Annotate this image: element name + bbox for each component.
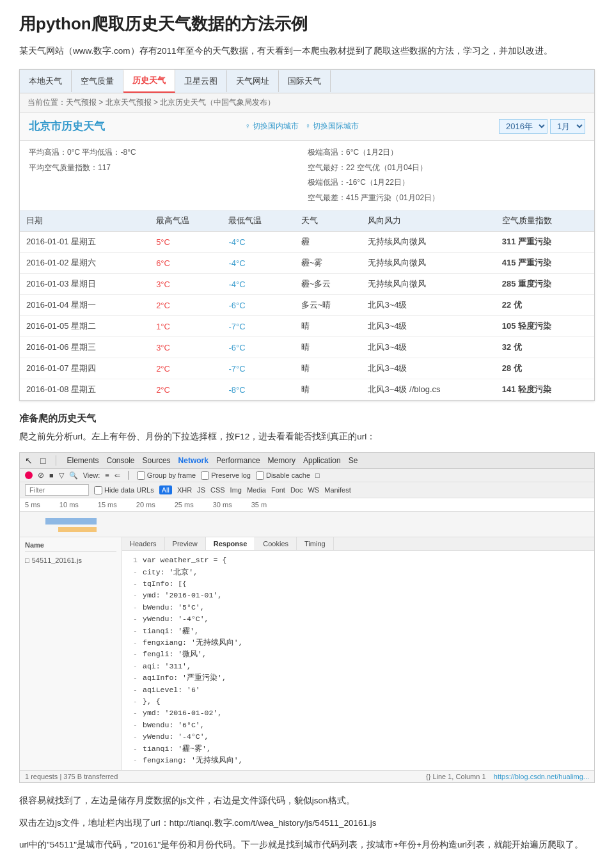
view-waterfall-icon[interactable]: ⇐ [114,471,120,480]
file-checkbox[interactable]: □ [25,556,29,564]
cookies-subtab[interactable]: Cookies [255,537,297,550]
preserve-log-checkbox[interactable]: Preserve log [201,471,251,480]
nav-air-quality[interactable]: 空气质量 [72,70,123,92]
inspect-icon[interactable]: □ [40,455,45,466]
year-month-selector: 2016年 1月 [499,119,585,134]
code-text: tianqi: '霾', [143,626,199,637]
media-filter[interactable]: Media [247,486,266,494]
line-number: 1 [127,555,138,566]
response-subtab[interactable]: Response [206,537,256,550]
application-tab[interactable]: Application [303,456,341,465]
img-filter[interactable]: Img [230,486,242,494]
cell-weather: 霾~雾 [295,253,362,274]
code-line: - bWendu: '5°C', [127,602,589,613]
code-text: tqInfo: [{ [143,578,187,590]
sources-tab[interactable]: Sources [143,456,171,465]
code-text: var weather_str = { [143,555,226,566]
col-aqi: 空气质量指数 [496,210,594,232]
code-line: - yWendu: '-4°C', [127,731,589,743]
offline-icon[interactable]: □ [315,471,320,479]
cell-weather: 霾~多云 [295,274,362,295]
cell-high: 5°C [150,232,222,253]
switch-international[interactable]: ♀ 切换国际城市 [305,121,359,132]
line-number: - [127,672,138,684]
nav-international[interactable]: 国际天气 [279,70,331,92]
line-number: - [127,602,138,613]
performance-tab[interactable]: Performance [216,456,260,465]
xhr-filter[interactable]: XHR [177,486,192,494]
code-line: - yWendu: '-4°C', [127,613,589,625]
record-icon[interactable] [25,471,33,479]
file-item[interactable]: □ 54511_20161.js [25,555,116,566]
cell-high: 2°C [150,379,222,400]
console-tab[interactable]: Console [107,456,135,465]
network-toolbar-row2: Hide data URLs All XHR JS CSS Img Media … [20,482,594,498]
file-name-label[interactable]: 54511_20161.js [32,556,82,564]
network-tab[interactable]: Network [178,456,209,465]
search-icon[interactable]: 🔍 [69,471,78,480]
view-list-icon[interactable]: ≡ [105,471,109,479]
city-title: 北京市历史天气 [29,119,105,134]
line-number: - [127,731,138,743]
stat-aqi-best: 空气最好：22 空气优（01月04日） [308,161,585,175]
timing-subtab[interactable]: Timing [297,537,334,550]
weather-table: 日期 最高气温 最低气温 天气 风向风力 空气质量指数 2016-01-01 星… [20,210,594,400]
cell-aqi: 32 优 [496,337,594,358]
cell-weather: 晴 [295,337,362,358]
stat-avg-temp: 平均高温：0°C 平均低温：-8°C [29,146,306,160]
disable-cache-checkbox[interactable]: Disable cache [256,471,310,480]
group-by-frame-checkbox[interactable]: Group by frame [137,471,196,480]
weather-nav: 本地天气 空气质量 历史天气 卫星云图 天气网址 国际天气 [20,70,594,93]
closing-p3: url中的"54511"是城市代码，"20161"是年份和月份代码。下一步就是找… [19,837,595,853]
nav-local-weather[interactable]: 本地天气 [20,70,72,92]
code-text: ymd: '2016-01-02', [143,707,222,719]
switch-domestic[interactable]: ♀ 切换国内城市 [245,121,299,132]
line-col-info: {} Line 1, Column 1 https://blog.csdn.ne… [426,773,589,780]
nav-satellite[interactable]: 卫星云图 [175,70,227,92]
filter-icon[interactable]: ▽ [59,471,64,480]
font-filter[interactable]: Font [271,486,285,494]
headers-subtab[interactable]: Headers [122,537,165,550]
nav-history-weather[interactable]: 历史天气 [123,70,175,93]
nav-weather-sites[interactable]: 天气网址 [227,70,279,92]
cell-date: 2016-01-06 星期三 [20,337,150,358]
preview-subtab[interactable]: Preview [165,537,206,550]
month-select[interactable]: 1月 [550,119,585,134]
cell-date: 2016-01-04 星期一 [20,295,150,316]
cell-high: 3°C [150,274,222,295]
all-filter[interactable]: All [159,485,172,494]
devtools-name-column: Name □ 54511_20161.js [20,537,122,770]
cell-date: 2016-01-03 星期日 [20,274,150,295]
devtools-status-bar: 1 requests | 375 B transferred {} Line 1… [20,770,594,782]
cell-aqi: 311 严重污染 [496,232,594,253]
elements-tab[interactable]: Elements [67,456,98,465]
stop-icon[interactable]: ■ [49,471,54,479]
memory-tab[interactable]: Memory [268,456,295,465]
code-line: - fengli: '微风', [127,649,589,660]
cell-low: -4°C [222,232,294,253]
filter-input[interactable] [25,484,89,496]
code-text: tianqi: '霾~雾', [143,743,211,755]
manifest-filter[interactable]: Manifest [324,486,351,494]
cell-wind: 无持续风向微风 [361,232,495,253]
code-text: fengli: '微风', [143,649,207,660]
doc-filter[interactable]: Doc [290,486,303,494]
cursor-icon[interactable]: ↖ [25,455,33,466]
cell-wind: 北风3~4级 [361,358,495,379]
css-filter[interactable]: CSS [210,486,225,494]
cell-wind: 无持续风向微风 [361,253,495,274]
hide-data-urls-checkbox[interactable]: Hide data URLs [94,486,154,494]
cell-weather: 晴 [295,316,362,337]
year-select[interactable]: 2016年 [499,119,547,134]
js-filter[interactable]: JS [197,486,205,494]
table-row: 2016-01-05 星期二 1°C -7°C 晴 北风3~4级 105 轻度污… [20,316,594,337]
cell-date: 2016-01-02 星期六 [20,253,150,274]
clear-icon[interactable]: ⊘ [38,471,44,480]
table-row: 2016-01-06 星期三 3°C -6°C 晴 北风3~4级 32 优 [20,337,594,358]
cell-date: 2016-01-05 星期二 [20,316,150,337]
code-line: - ymd: '2016-01-02', [127,707,589,719]
closing-p2: 双击左边js文件，地址栏内出现了url：http://tianqi.数字.com… [19,816,595,831]
ws-filter[interactable]: WS [308,486,319,494]
cell-aqi: 22 优 [496,295,594,316]
more-tabs[interactable]: Se [349,456,358,465]
